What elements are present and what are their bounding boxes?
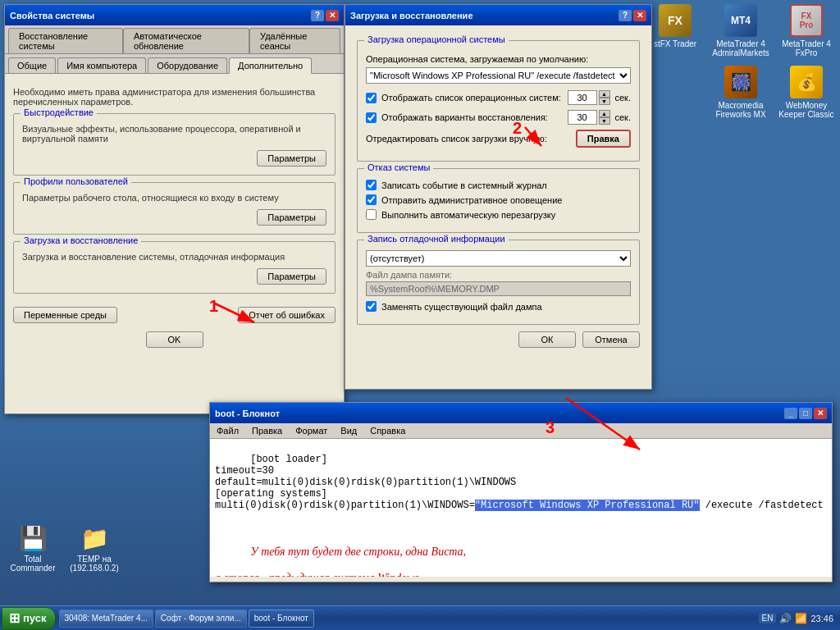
profiles-title: Профили пользователей [21, 176, 131, 186]
startup-recovery-title-bar[interactable]: Загрузка и восстановление ? ✕ [345, 5, 651, 25]
desktop-icon-fireworks[interactable]: 🎆 Macromedia Fireworks MX [711, 66, 770, 119]
notepad-title-bar[interactable]: boot - Блокнот _ □ ✕ [210, 403, 832, 423]
notepad-menu-edit[interactable]: Правка [249, 425, 285, 436]
failure-title: Отказ системы [364, 162, 433, 172]
desktop-icons-area: FX stFX Trader MT4 MetaTrader 4 AdmiralM… [646, 4, 836, 119]
startup-recovery-ok-button[interactable]: ОК [518, 331, 576, 348]
desktop-icons-row-2: 🎆 Macromedia Fireworks MX 💰 WebMoney Kee… [711, 66, 836, 119]
desktop-icon-temp[interactable]: 📁 TEMP на (192.168.0.2) [70, 523, 119, 573]
startup-desc: Загрузка и восстановление системы, отлад… [22, 252, 326, 262]
taskbar-tray: EN 🔊 📶 23:46 [752, 613, 840, 624]
notepad-menu-view[interactable]: Вид [337, 425, 360, 436]
debug-title: Запись отладочной информации [364, 234, 509, 244]
show-list-spin-down[interactable]: ▼ [599, 98, 610, 105]
os-boot-group: Загрузка операционной системы Операционн… [357, 40, 640, 162]
startup-recovery-help-button[interactable]: ? [619, 10, 632, 21]
profiles-group: Профили пользователей Параметры рабочего… [13, 182, 336, 235]
edit-list-label: Отредактировать список загрузки вручную: [366, 134, 571, 144]
show-list-input[interactable] [568, 90, 597, 105]
sys-props-title-text: Свойства системы [10, 11, 311, 21]
notepad-line-1: [boot loader] timeout=30 default=multi(0… [215, 454, 824, 511]
sys-props-close-button[interactable]: ✕ [326, 10, 339, 21]
notepad-close-button[interactable]: ✕ [814, 408, 827, 419]
tab-remote[interactable]: Удалённые сеансы [249, 28, 340, 53]
notepad-annotation: У тебя тут будет две строки, одна Виста,… [215, 546, 537, 577]
desktop-bottom-left-icons: 💾 Total Commander 📁 TEMP на (192.168.0.2… [8, 523, 119, 573]
lang-indicator[interactable]: EN [759, 613, 777, 623]
tab-auto-update[interactable]: Автоматическое обновление [123, 28, 249, 53]
taskbar-task-notepad-label: boot - Блокнот [254, 614, 308, 623]
default-os-select[interactable]: "Microsoft Windows XP Professional RU" /… [366, 67, 631, 84]
debug-type-select[interactable]: (отсутствует) [366, 250, 631, 267]
notepad-content[interactable]: [boot loader] timeout=30 default=multi(0… [210, 439, 832, 577]
notepad-minimize-button[interactable]: _ [784, 408, 797, 419]
desktop: FX stFX Trader MT4 MetaTrader 4 AdmiralM… [0, 0, 840, 605]
startup-recovery-controls: ? ✕ [619, 10, 646, 21]
tab-recovery[interactable]: Восстановление системы [8, 28, 123, 53]
startup-recovery-title-text: Загрузка и восстановление [350, 11, 619, 21]
failure-group: Отказ системы Записать событие в системн… [357, 168, 640, 233]
desktop-icon-stfx[interactable]: FX stFX Trader [646, 4, 705, 57]
auto-reboot-checkbox[interactable] [366, 209, 377, 220]
tab-hardware[interactable]: Оборудование [148, 57, 227, 73]
notepad-title-text: boot - Блокнот [215, 409, 784, 418]
notepad-menu-help[interactable]: Справка [367, 425, 409, 436]
tab-computer-name[interactable]: Имя компьютера [57, 57, 146, 73]
sys-props-top-tabs: Восстановление системы Автоматическое об… [5, 25, 344, 54]
desktop-icon-metatrader-admiral[interactable]: MT4 MetaTrader 4 AdmiralMarkets [711, 4, 770, 57]
startup-recovery-close-button[interactable]: ✕ [633, 10, 646, 21]
sys-props-main-tabs: Общие Имя компьютера Оборудование Дополн… [5, 54, 344, 74]
notepad-window: boot - Блокнот _ □ ✕ Файл Правка Формат … [209, 402, 833, 582]
profiles-desc: Параметры рабочего стола, относящиеся ко… [22, 193, 326, 203]
desktop-icon-total-commander[interactable]: 💾 Total Commander [8, 523, 57, 573]
notepad-maximize-button[interactable]: □ [799, 408, 812, 419]
taskbar-task-forum[interactable]: Софт - Форум элли... [155, 609, 247, 628]
performance-desc: Визуальные эффекты, использование процес… [22, 124, 326, 144]
system-properties-window: Свойства системы ? ✕ Восстановление сист… [4, 4, 345, 414]
taskbar-task-metatrader-label: 30408: MetaTrader 4... [65, 614, 148, 623]
startup-params-button[interactable]: Параметры [257, 268, 326, 285]
notepad-highlighted-text: "Microsoft Windows XP Professional RU" [475, 500, 700, 511]
desktop-icon-metatrader-fxpro[interactable]: FXPro MetaTrader 4 FxPro [777, 4, 836, 57]
start-button[interactable]: ⊞ пуск [2, 607, 56, 630]
auto-reboot-label: Выполнить автоматическую перезагрузку [381, 210, 555, 220]
taskbar-task-metatrader[interactable]: 30408: MetaTrader 4... [59, 609, 153, 628]
show-recovery-input[interactable] [568, 110, 597, 125]
performance-group: Быстродействие Визуальные эффекты, испол… [13, 113, 336, 176]
sys-props-help-button[interactable]: ? [311, 10, 324, 21]
admin-alert-checkbox[interactable] [366, 194, 377, 205]
taskbar-tasks: 30408: MetaTrader 4... Софт - Форум элли… [56, 609, 752, 628]
profiles-params-button[interactable]: Параметры [257, 209, 326, 226]
overwrite-dump-checkbox[interactable] [366, 301, 377, 312]
sys-props-title-bar[interactable]: Свойства системы ? ✕ [5, 5, 344, 25]
show-recovery-spin-down[interactable]: ▼ [599, 117, 610, 125]
show-list-sec-label: сек. [615, 93, 632, 103]
admin-alert-row: Отправить административное оповещение [366, 194, 631, 205]
default-os-label: Операционная система, загружаемая по умо… [366, 54, 631, 64]
startup-recovery-content: Загрузка операционной системы Операционн… [345, 25, 651, 356]
sys-props-ok-button[interactable]: OK [146, 331, 203, 348]
tab-advanced[interactable]: Дополнительно [229, 57, 312, 74]
show-recovery-sec-label: сек. [615, 112, 632, 122]
error-report-button[interactable]: Отчет об ошибках [238, 307, 336, 323]
start-button-label: пуск [23, 612, 47, 624]
show-recovery-label: Отображать варианты восстановления: [381, 112, 563, 122]
performance-params-button[interactable]: Параметры [257, 150, 326, 167]
tab-general[interactable]: Общие [8, 57, 56, 73]
show-recovery-checkbox[interactable] [366, 112, 377, 123]
show-recovery-spin-up[interactable]: ▲ [599, 110, 610, 117]
os-boot-title: Загрузка операционной системы [364, 34, 509, 44]
sys-props-bottom-buttons: Переменные среды Отчет об ошибках [13, 300, 336, 326]
desktop-icon-webmoney[interactable]: 💰 WebMoney Keeper Classic [777, 66, 836, 119]
write-event-checkbox[interactable] [366, 180, 377, 190]
taskbar-task-notepad[interactable]: boot - Блокнот [249, 609, 314, 628]
debug-group: Запись отладочной информации (отсутствуе… [357, 240, 640, 325]
show-list-checkbox[interactable] [366, 93, 377, 103]
show-list-spinbox: ▲ ▼ [568, 90, 610, 105]
notepad-menu-format[interactable]: Формат [292, 425, 331, 436]
show-list-spin-up[interactable]: ▲ [599, 90, 610, 98]
edit-boot-button[interactable]: Правка [576, 130, 631, 148]
startup-recovery-cancel-button[interactable]: Отмена [582, 331, 640, 348]
env-vars-button[interactable]: Переменные среды [13, 307, 117, 323]
notepad-menu-file[interactable]: Файл [213, 425, 242, 436]
